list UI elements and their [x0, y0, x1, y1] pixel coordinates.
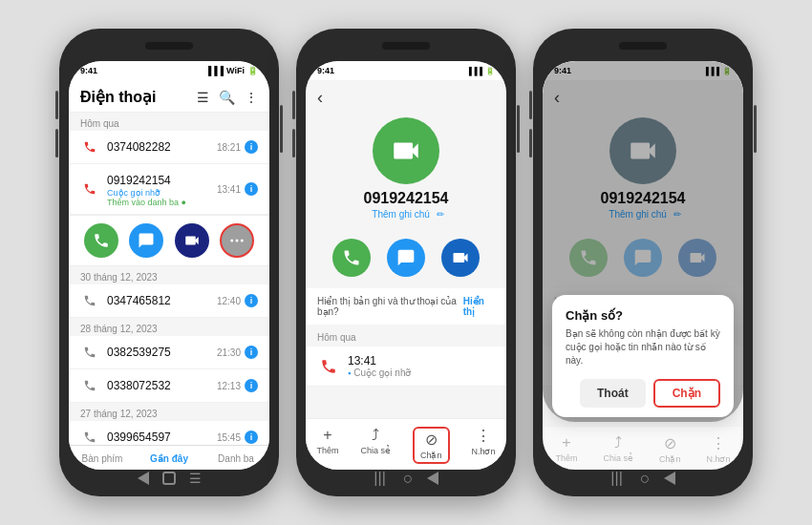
message-action-btn[interactable]	[129, 223, 163, 258]
more-label-2: N.hơn	[471, 447, 495, 456]
tab-contacts[interactable]: Danh ba	[203, 452, 269, 466]
add-contact-link[interactable]: Thêm vào danh ba ●	[107, 198, 217, 207]
contact-actions-2	[306, 233, 506, 283]
call-item-6[interactable]: 0399654597 15:45 i	[69, 421, 269, 445]
battery-2: 🔋	[485, 67, 495, 75]
more-btn-3: ⋮ N.hơn	[706, 434, 730, 464]
phone-2-notch	[368, 38, 444, 59]
tab-keyboard[interactable]: Bàn phím	[69, 452, 136, 466]
add-icon-2: +	[323, 427, 331, 444]
back-button-2[interactable]: ‹	[317, 88, 323, 108]
filter-icon[interactable]: ☰	[197, 90, 209, 105]
msg-btn-2[interactable]	[387, 239, 425, 277]
phone-3-home-bar: ||| ○	[543, 470, 743, 487]
call-item-4[interactable]: 0382539275 21:30 i	[69, 336, 269, 369]
dialog-text: Bạn sẽ không còn nhận được bất kỳ cuộc g…	[566, 327, 720, 368]
call-time-1: 18:21	[217, 142, 241, 153]
more-btn-2[interactable]: ⋮ N.hơn	[471, 427, 495, 464]
history-item-2[interactable]: 13:41 ▪ Cuộc gọi nhỡ	[306, 346, 506, 387]
phone-3: 9:41 ▐▐▐ 🔋 ‹ 0919242154 Thêm ghi chú ✏	[533, 29, 753, 496]
call-badge-3: i	[245, 294, 258, 307]
more-action-btn[interactable]	[220, 223, 254, 258]
video-action-btn[interactable]	[175, 223, 209, 258]
add-label-2: Thêm	[316, 446, 338, 455]
edit-note-icon-2[interactable]: ✏	[437, 209, 444, 220]
wifi-icon: WiFi	[226, 66, 245, 75]
confirm-block-btn[interactable]: Chặn	[653, 379, 720, 408]
call-time-3: 12:40	[217, 296, 241, 306]
block-icon-2: ⊘	[425, 430, 438, 449]
block-dialog: Chặn số? Bạn sẽ không còn nhận được bất …	[552, 295, 734, 417]
dialog-title: Chặn số?	[566, 308, 720, 323]
block-btn-3: ⊘ Chặn	[659, 434, 681, 464]
recents-nav: ☰	[189, 471, 202, 486]
call-item-5[interactable]: 0338072532 12:13 i	[69, 369, 269, 403]
call-number-6: 0399654597	[107, 430, 217, 444]
search-icon[interactable]: 🔍	[219, 90, 235, 105]
more-icon[interactable]: ⋮	[245, 90, 258, 105]
time-1: 9:41	[80, 66, 97, 75]
phone-2-screen: 9:41 ▐▐▐ 🔋 ‹ 0919242154 Thêm ghi chú ✏	[306, 61, 506, 470]
contact-header-2: ‹	[306, 80, 506, 108]
share-label-2: Chia sẻ	[360, 446, 391, 455]
tab-recent[interactable]: Gần đây	[136, 452, 203, 466]
call-time-4: 21:30	[217, 347, 241, 358]
dialog-buttons: Thoát Chặn	[566, 379, 720, 408]
contact-number-2: 0919242154	[364, 190, 449, 207]
bottom-tabs-1: Bàn phím Gần đây Danh ba	[69, 445, 269, 470]
call-time-2: 13:41	[217, 184, 241, 195]
add-btn-3: + Thêm	[555, 434, 577, 464]
status-bar-1: 9:41 ▐▐▐ WiFi 🔋	[69, 61, 269, 80]
history-date-2: Hôm qua	[306, 328, 506, 346]
call-list-content: Hôm qua 0374082282 18:21 i 0919242154 Cu…	[69, 113, 269, 445]
call-number-3: 0347465812	[107, 294, 217, 307]
back-nav-2	[427, 472, 438, 485]
battery-icon: 🔋	[247, 66, 258, 75]
call-number-2: 0919242154	[107, 174, 171, 187]
call-item-1[interactable]: 0374082282 18:21 i	[69, 131, 269, 164]
block-label-2: Chặn	[420, 451, 442, 460]
contact-bottom-actions-2: + Thêm ⤴ Chia sẻ ⊘ Chặn ⋮ N.hơn	[306, 418, 506, 470]
back-nav	[138, 472, 149, 485]
phone-1: 9:41 ▐▐▐ WiFi 🔋 Điện thoại ☰ 🔍 ⋮ Hô	[59, 29, 279, 496]
call-action-btn[interactable]	[84, 223, 118, 258]
history-section-2: Hiển thị bản ghi và thư thoại của bạn? H…	[306, 283, 506, 418]
signal-2: ▐▐▐	[466, 67, 482, 75]
call-number-5: 0338072532	[107, 379, 217, 392]
phone-1-notch	[131, 38, 207, 59]
contact-bottom-actions-3: + Thêm ⤴ Chia sẻ ⊘ Chặn ⋮ N.hơn	[543, 426, 743, 470]
date-section-30: 30 tháng 12, 2023	[69, 266, 269, 284]
history-time-2: 13:41	[348, 354, 411, 368]
quick-actions	[69, 215, 269, 266]
call-item-2[interactable]: 0919242154 Cuộc gọi nhỡ Thêm vào danh ba…	[69, 164, 269, 215]
date-section-28: 28 tháng 12, 2023	[69, 318, 269, 336]
call-number-4: 0382539275	[107, 346, 217, 359]
call-item-3[interactable]: 0347465812 12:40 i	[69, 284, 269, 318]
share-btn-3: ⤴ Chia sẻ	[603, 434, 633, 464]
block-btn-2[interactable]: ⊘ Chặn	[413, 427, 450, 464]
svg-point-1	[236, 240, 239, 242]
call-number-1: 0374082282	[107, 140, 217, 154]
add-btn-2[interactable]: + Thêm	[316, 427, 338, 464]
phone-1-home-bar: ☰	[69, 470, 269, 487]
call-btn-2[interactable]	[332, 239, 371, 277]
call-sub-2: Cuộc gọi nhỡ	[107, 188, 217, 198]
phone-2: 9:41 ▐▐▐ 🔋 ‹ 0919242154 Thêm ghi chú ✏	[296, 29, 516, 496]
share-btn-2[interactable]: ⤴ Chia sẻ	[360, 427, 391, 464]
time-2: 9:41	[317, 66, 334, 75]
circle-nav: ○	[403, 469, 414, 489]
video-btn-2[interactable]	[441, 239, 480, 277]
call-badge-2: i	[245, 182, 258, 196]
cancel-dialog-btn[interactable]: Thoát	[580, 379, 646, 408]
contact-note-2: Thêm ghi chú ✏	[368, 209, 443, 220]
pipe-nav: |||	[374, 470, 385, 487]
signal-icon: ▐▐▐	[205, 66, 224, 75]
show-btn-2[interactable]: Hiển thị	[463, 296, 495, 317]
home-nav	[162, 472, 176, 485]
pipe-nav-3: |||	[610, 470, 622, 487]
call-badge-4: i	[245, 346, 258, 359]
missed-call-icon-2	[317, 355, 340, 378]
date-section-27: 27 tháng 12, 2023	[69, 403, 269, 421]
call-badge-6: i	[245, 430, 258, 444]
call-time-6: 15:45	[217, 432, 241, 443]
